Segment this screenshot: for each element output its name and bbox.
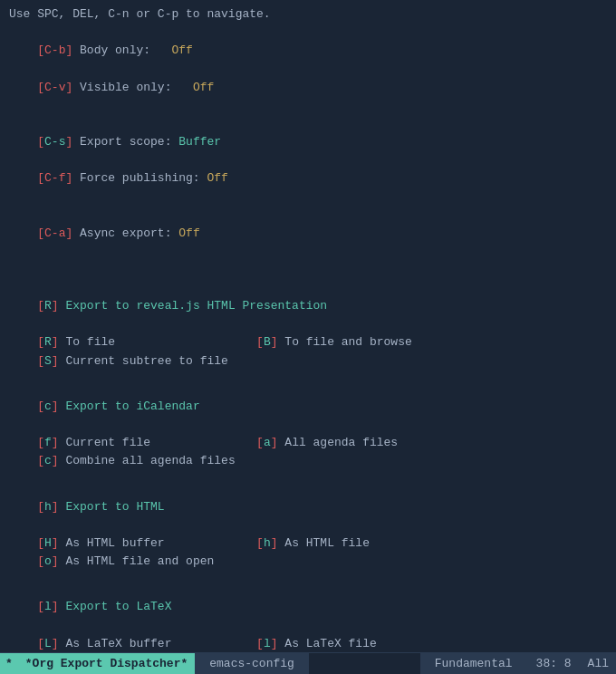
status-position: 38: 8 [527, 653, 581, 674]
reveal-item-2: [S] Current subtree to file [9, 352, 607, 371]
reveal-item-1: [R] To file [B] To file and browse [9, 333, 607, 351]
main-content: Use SPC, DEL, C-n or C-p to navigate. [C… [0, 0, 616, 652]
status-star: * [0, 653, 18, 674]
html-item-1: [H] As HTML buffer [h] As HTML file [9, 534, 607, 553]
html-item-2: [o] As HTML file and open [9, 553, 607, 571]
status-filename: emacs-config [195, 653, 309, 674]
status-all: All [581, 653, 616, 674]
section-reveal-header: [R] Export to reveal.js HTML Presentatio… [9, 279, 607, 333]
status-buffer-name: *Org Export Dispatcher* [18, 653, 195, 674]
option-export-scope: [C-s] Export scope: Buffer [C-f] Force p… [9, 115, 607, 207]
option-body-only: [C-b] Body only: Off [C-v] Visible only:… [9, 24, 607, 115]
status-bar: * *Org Export Dispatcher* emacs-config F… [0, 652, 616, 674]
status-mode: Fundamental [420, 653, 527, 674]
ical-item-1: [f] Current file [a] All agenda files [9, 434, 607, 452]
latex-item-1: [L] As LaTeX buffer [l] As LaTeX file [9, 635, 607, 653]
section-html-header: [h] Export to HTML [9, 479, 607, 534]
section-ical-header: [c] Export to iCalendar [9, 380, 607, 434]
section-latex-header: [l] Export to LaTeX [9, 580, 607, 634]
ical-item-2: [c] Combine all agenda files [9, 452, 607, 470]
nav-hint: Use SPC, DEL, C-n or C-p to navigate. [9, 5, 607, 24]
option-async: [C-a] Async export: Off [9, 207, 607, 261]
